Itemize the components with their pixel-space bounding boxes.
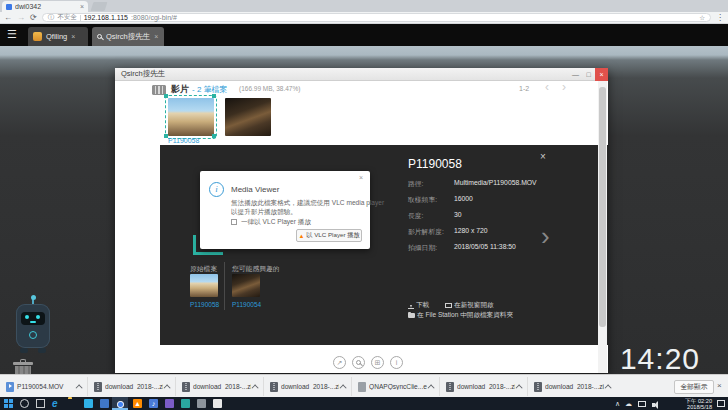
download-item[interactable]: download_2018-...zip — [178, 377, 264, 396]
result-thumbnail-selected[interactable] — [168, 98, 214, 136]
chevron-up-icon[interactable] — [164, 384, 171, 391]
scrollbar-thumb[interactable] — [599, 87, 606, 327]
chevron-up-icon[interactable] — [76, 384, 83, 391]
maximize-button[interactable]: □ — [582, 68, 595, 81]
minimize-button[interactable]: — — [569, 68, 582, 81]
field-label: 路徑: — [408, 179, 423, 189]
downloads-bar-close-icon[interactable]: × — [717, 381, 722, 390]
bookmark-star-icon[interactable]: ☆ — [699, 14, 705, 22]
edge-icon[interactable]: e — [52, 399, 61, 408]
open-new-window-link[interactable]: 在新視窗開啟 — [445, 301, 494, 310]
chevron-up-icon[interactable] — [428, 384, 435, 391]
download-item[interactable]: QNAPQsyncClie...exe — [354, 377, 440, 396]
tab-close-icon[interactable]: × — [80, 3, 84, 10]
original-file-link[interactable]: P1190058 — [190, 301, 219, 308]
qts-tab-close-icon[interactable]: × — [71, 33, 75, 40]
close-button[interactable]: × — [595, 68, 608, 81]
next-page-icon[interactable]: › — [562, 80, 566, 94]
app-icon-white[interactable] — [213, 399, 222, 408]
result-file-link[interactable]: P1190058 — [168, 137, 199, 144]
related-file-link[interactable]: P1190054 — [232, 301, 261, 308]
start-button-icon[interactable] — [4, 399, 13, 408]
window-scrollbar[interactable] — [598, 81, 607, 373]
taskbar-clock[interactable]: 下午 02:20 2018/5/18 — [685, 398, 712, 410]
windows-taskbar: e ▲ ♪ ∧ ☁ 下午 02:20 2018/5/18 — [0, 397, 728, 410]
robot-eye — [36, 315, 40, 319]
new-tab-button[interactable] — [91, 2, 108, 11]
download-item-name: P1190054.MOV — [17, 383, 75, 390]
download-item[interactable]: P1190054.MOV — [2, 377, 88, 396]
task-view-icon[interactable] — [36, 399, 45, 408]
main-menu-icon[interactable]: ☰ — [7, 29, 17, 40]
result-count-label: - 2 筆檔案 — [192, 84, 228, 95]
prev-page-icon[interactable]: ‹ — [545, 80, 549, 94]
open-vlc-button[interactable]: ▲ 以 VLC Player 播放 — [296, 229, 362, 242]
dialog-title: Media Viewer — [231, 185, 279, 194]
action-center-icon[interactable] — [717, 400, 725, 407]
field-value: 16000 — [454, 195, 473, 202]
desktop-clock-time: 14:20 — [620, 342, 700, 376]
tab-favicon — [6, 4, 12, 10]
url-bar[interactable]: ⓘ 不安全 192.168.1.115 :8080/cgi-bin/# ☆ — [42, 13, 711, 22]
footer-search-icon[interactable] — [352, 356, 365, 369]
qts-tab-qsirch[interactable]: Qsirch搜先生 × — [92, 27, 164, 46]
info-icon[interactable]: ⓘ — [48, 13, 55, 22]
exe-file-icon — [358, 382, 366, 392]
onedrive-cloud-icon[interactable]: ☁ — [625, 400, 632, 407]
qts-tab-qfiling[interactable]: Qfiling × — [28, 27, 88, 46]
tray-volume-icon[interactable] — [652, 400, 660, 408]
chevron-up-icon[interactable] — [516, 384, 523, 391]
dialog-body-line1: 無法播放此檔案格式，建議您使用 VLC media player — [231, 199, 384, 208]
always-vlc-checkbox[interactable] — [231, 219, 237, 225]
footer-apps-icon[interactable]: ⊞ — [371, 356, 384, 369]
chevron-up-icon[interactable] — [340, 384, 347, 391]
app-icon-gray[interactable] — [197, 399, 206, 408]
zip-file-icon — [446, 382, 454, 392]
mail-icon[interactable] — [100, 399, 109, 408]
window-titlebar[interactable]: Qsirch搜先生 — □ × — [115, 68, 608, 81]
field-value: Multimedia/P1190058.MOV — [454, 179, 537, 186]
refresh-icon[interactable]: ⟳ — [30, 14, 37, 22]
browser-menu-icon[interactable]: ⋮ — [716, 14, 724, 22]
download-item[interactable]: download_2018-...zip — [90, 377, 176, 396]
download-item-name: download_2018-...zip — [457, 383, 515, 390]
app-icon-purple[interactable] — [165, 399, 174, 408]
qfiling-app-icon — [33, 32, 42, 41]
open-file-station-link[interactable]: 在 File Station 中開啟檔案資料夾 — [408, 311, 513, 320]
show-all-downloads-button[interactable]: 全部顯示 — [674, 380, 714, 394]
result-thumbnail[interactable] — [225, 98, 271, 136]
tray-expand-icon[interactable]: ∧ — [615, 400, 620, 407]
back-icon[interactable]: ← — [4, 14, 12, 22]
preview-close-icon[interactable]: × — [540, 151, 546, 162]
cortana-search-icon[interactable] — [20, 399, 29, 408]
selection-handle — [164, 94, 168, 98]
download-item[interactable]: download_2018-...zip — [530, 377, 616, 396]
original-file-thumbnail[interactable] — [190, 274, 218, 297]
related-file-thumbnail[interactable] — [232, 274, 260, 297]
app-icon-teal[interactable] — [181, 399, 190, 408]
download-item[interactable]: download_2018-...zip — [442, 377, 528, 396]
vlc-icon[interactable]: ▲ — [133, 399, 142, 408]
next-item-icon[interactable]: › — [541, 221, 550, 252]
download-link[interactable]: 下載 — [408, 301, 429, 310]
download-item-name: download_2018-...zip — [545, 383, 604, 390]
monitor-icon — [445, 303, 452, 308]
chevron-up-icon[interactable] — [252, 384, 259, 391]
network-icon[interactable] — [638, 401, 646, 407]
download-item-name: download_2018-...zip — [281, 383, 339, 390]
dialog-close-icon[interactable]: × — [359, 174, 363, 181]
qts-tab-close-icon[interactable]: × — [154, 33, 158, 40]
info-icon: i — [209, 182, 224, 197]
browser-tab[interactable]: dwi0342 × — [2, 1, 88, 12]
footer-info-icon[interactable]: i — [390, 356, 403, 369]
groove-music-icon[interactable]: ♪ — [149, 399, 158, 408]
preview-file-title: P1190058 — [408, 157, 462, 171]
download-item[interactable]: download_2018-...zip — [266, 377, 352, 396]
preview-overlay: i Media Viewer 無法播放此檔案格式，建議您使用 VLC media… — [160, 145, 608, 345]
footer-share-icon[interactable]: ↗ — [333, 356, 346, 369]
store-icon[interactable] — [84, 399, 93, 408]
related-section-title: 您可能感興趣的 — [232, 264, 280, 274]
chevron-up-icon[interactable] — [605, 384, 612, 391]
qboost-robot-widget[interactable] — [14, 298, 54, 354]
forward-icon[interactable]: → — [17, 14, 25, 22]
